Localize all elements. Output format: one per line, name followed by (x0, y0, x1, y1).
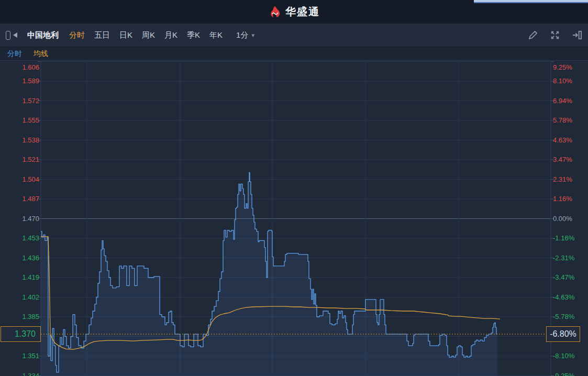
interval-dropdown[interactable]: 1分 ▾ (236, 30, 254, 40)
chart-legend: 分时 均线 (0, 47, 588, 61)
app-logo: 华盛通 (268, 5, 320, 19)
tab-yearly-k[interactable]: 年K (209, 30, 223, 40)
current-change-percent-box: -6.80% (546, 326, 580, 342)
period-tabs: 分时 五日 日K 周K 月K 季K 年K (69, 30, 223, 40)
toolbar-actions (527, 24, 583, 47)
current-price-box: 1.370 (1, 326, 41, 342)
tab-minute[interactable]: 分时 (69, 30, 85, 40)
chart-toolbar: 中国地利 分时 五日 日K 周K 月K 季K 年K 1分 ▾ (0, 24, 588, 47)
trading-app-window: { "top_bar": { "logo_text": "华盛通" }, "to… (0, 0, 588, 376)
tab-daily-k[interactable]: 日K (119, 30, 132, 40)
tab-monthly-k[interactable]: 月K (164, 30, 177, 40)
app-title: 华盛通 (285, 5, 320, 19)
legend-minute-line[interactable]: 分时 (7, 49, 22, 59)
flame-logo-icon (268, 5, 282, 19)
overlapping-window-edge-line (474, 2, 588, 3)
stock-name: 中国地利 (27, 30, 59, 40)
app-header: 华盛通 (0, 0, 588, 24)
legend-average-line[interactable]: 均线 (34, 49, 48, 59)
fullscreen-expand-icon[interactable] (549, 29, 561, 41)
collapse-panel-icon[interactable] (6, 30, 19, 40)
draw-pencil-icon[interactable] (527, 29, 539, 41)
pop-out-panel-icon[interactable] (571, 29, 583, 41)
tab-weekly-k[interactable]: 周K (142, 30, 155, 40)
chevron-down-icon: ▾ (251, 32, 254, 39)
tab-quarterly-k[interactable]: 季K (187, 30, 200, 40)
interval-label: 1分 (236, 30, 248, 40)
tab-5day[interactable]: 五日 (94, 30, 110, 40)
